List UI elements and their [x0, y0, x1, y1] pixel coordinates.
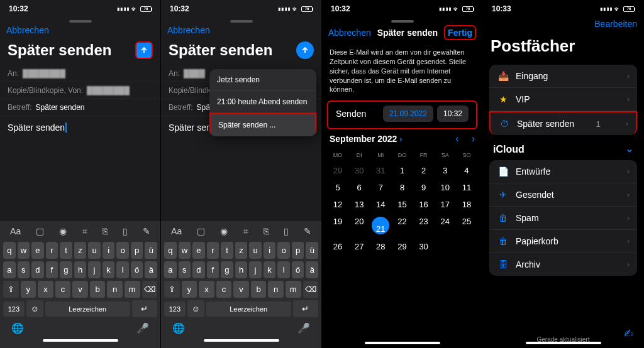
cal-day[interactable]: 29: [391, 238, 413, 255]
markup-icon[interactable]: ✎: [143, 226, 150, 237]
key-ü[interactable]: ü: [145, 242, 157, 259]
emoji-key[interactable]: ☺: [26, 300, 43, 317]
time-pill[interactable]: 10:32: [437, 106, 469, 122]
cal-day[interactable]: 27: [348, 238, 370, 255]
trash-item[interactable]: 🗑Papierkorb›: [489, 230, 637, 253]
key-y[interactable]: y: [182, 281, 197, 298]
key-n[interactable]: n: [107, 281, 123, 298]
cal-day[interactable]: 18: [456, 196, 477, 213]
doc-scan-icon[interactable]: ⎘: [103, 226, 108, 237]
key-y[interactable]: y: [21, 281, 36, 298]
cc-field[interactable]: Kopie/Blindkopie, Von:████████: [0, 82, 160, 99]
send-later-item[interactable]: ⏱Später senden1›: [489, 111, 637, 135]
key-n[interactable]: n: [268, 281, 284, 298]
text-format-icon[interactable]: Aa: [171, 226, 182, 237]
key-s[interactable]: s: [18, 261, 30, 278]
key-t[interactable]: t: [221, 242, 233, 259]
key-c[interactable]: c: [216, 281, 232, 298]
sent-item[interactable]: ✈Gesendet›: [489, 183, 637, 207]
key-m[interactable]: m: [125, 281, 140, 298]
cal-day[interactable]: 7: [370, 179, 391, 196]
cal-day[interactable]: 20: [348, 213, 370, 238]
mic-icon[interactable]: 🎤: [297, 322, 310, 334]
num-key[interactable]: 123: [3, 302, 25, 317]
cal-day[interactable]: 8: [391, 179, 413, 196]
cal-day[interactable]: 30: [348, 162, 370, 179]
key-u[interactable]: u: [88, 242, 101, 259]
key-w[interactable]: w: [18, 242, 30, 259]
spam-item[interactable]: 🗑Spam›: [489, 207, 637, 230]
next-month-button[interactable]: ›: [472, 133, 475, 144]
attach-icon[interactable]: ▯: [123, 226, 128, 237]
globe-icon[interactable]: 🌐: [11, 322, 24, 334]
key-i[interactable]: i: [264, 242, 276, 259]
cal-day[interactable]: 28: [370, 238, 391, 255]
key-⌫[interactable]: ⌫: [142, 281, 158, 298]
key-f[interactable]: f: [207, 261, 219, 278]
home-indicator[interactable]: [204, 339, 279, 342]
key-u[interactable]: u: [249, 242, 262, 259]
cal-day[interactable]: 9: [413, 179, 435, 196]
prev-month-button[interactable]: ‹: [455, 133, 458, 144]
globe-icon[interactable]: 🌐: [172, 322, 185, 334]
done-button[interactable]: Fertig: [444, 25, 476, 40]
keyboard[interactable]: Aa ▢ ◉ ⌗ ⎘ ▯ ✎ qwertzuiopü asdfghjklöä ⇧…: [161, 221, 321, 348]
key-h[interactable]: h: [235, 261, 248, 278]
home-indicator[interactable]: [365, 342, 440, 344]
key-z[interactable]: z: [235, 242, 248, 259]
archive-item[interactable]: 🗄Archiv›: [489, 253, 637, 276]
key-s[interactable]: s: [179, 261, 191, 278]
key-ö[interactable]: ö: [292, 261, 304, 278]
doc-scan-icon[interactable]: ⎘: [264, 226, 269, 237]
drafts-item[interactable]: 📄Entwürfe›: [489, 160, 637, 183]
cal-day[interactable]: 12: [327, 196, 348, 213]
key-k[interactable]: k: [264, 261, 276, 278]
to-field[interactable]: An:████████: [0, 65, 160, 82]
send-tonight-item[interactable]: 21:00 heute Abend senden: [209, 91, 316, 113]
key-x[interactable]: x: [199, 281, 214, 298]
key-f[interactable]: f: [46, 261, 58, 278]
key-b[interactable]: b: [251, 281, 267, 298]
key-e[interactable]: e: [31, 242, 44, 259]
key-p[interactable]: p: [131, 242, 143, 259]
cal-day[interactable]: 25: [456, 213, 477, 238]
cal-day[interactable]: 31: [370, 162, 391, 179]
cancel-button[interactable]: Abbrechen: [328, 28, 371, 38]
cal-day[interactable]: 11: [456, 179, 477, 196]
scan-icon[interactable]: ⌗: [243, 226, 248, 237]
text-format-icon[interactable]: Aa: [10, 226, 21, 237]
key-⇧[interactable]: ⇧: [164, 281, 180, 298]
key-w[interactable]: w: [179, 242, 191, 259]
cal-day[interactable]: 5: [327, 179, 348, 196]
compose-button[interactable]: ✍︎: [624, 327, 633, 340]
key-h[interactable]: h: [74, 261, 87, 278]
return-key[interactable]: ↵: [293, 300, 318, 317]
sheet-grabber[interactable]: [69, 20, 92, 23]
edit-button[interactable]: Bearbeiten: [594, 19, 637, 29]
cal-day[interactable]: 23: [413, 213, 435, 238]
key-j[interactable]: j: [88, 261, 101, 278]
cancel-button[interactable]: Abbrechen: [167, 25, 210, 35]
key-⇧[interactable]: ⇧: [3, 281, 19, 298]
space-key[interactable]: Leerzeichen: [45, 302, 130, 317]
space-key[interactable]: Leerzeichen: [206, 302, 291, 317]
cal-day[interactable]: 26: [327, 238, 348, 255]
camera-icon[interactable]: ◉: [220, 226, 228, 237]
cal-day[interactable]: 3: [435, 162, 456, 179]
key-m[interactable]: m: [286, 281, 301, 298]
num-key[interactable]: 123: [164, 302, 186, 317]
key-a[interactable]: a: [3, 261, 16, 278]
key-j[interactable]: j: [249, 261, 262, 278]
home-indicator[interactable]: [43, 339, 118, 342]
cal-day[interactable]: 10: [435, 179, 456, 196]
cal-day[interactable]: 6: [348, 179, 370, 196]
keyboard[interactable]: Aa ▢ ◉ ⌗ ⎘ ▯ ✎ qwertzuiopü asdfghjklöä ⇧…: [0, 221, 160, 348]
markup-icon[interactable]: ✎: [304, 226, 311, 237]
key-x[interactable]: x: [38, 281, 53, 298]
cal-day[interactable]: 19: [327, 213, 348, 238]
cal-day[interactable]: 1: [391, 162, 413, 179]
key-l[interactable]: l: [277, 261, 290, 278]
inbox-item[interactable]: 📥Eingang›: [489, 65, 637, 88]
send-button[interactable]: [296, 41, 314, 59]
key-⌫[interactable]: ⌫: [303, 281, 319, 298]
